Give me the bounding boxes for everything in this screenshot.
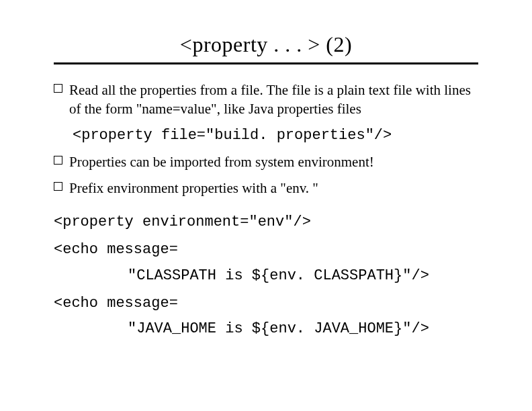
square-bullet-icon	[54, 156, 62, 165]
code-line: <property environment="env"/>	[54, 212, 478, 233]
code-line-continuation: "JAVA_HOME is ${env. JAVA_HOME}"/>	[128, 319, 478, 340]
spacer	[54, 201, 478, 205]
square-bullet-icon	[54, 182, 62, 191]
bullet-item: Properties can be imported from system e…	[54, 152, 478, 171]
code-line: <echo message=	[54, 240, 478, 261]
bullet-text: Properties can be imported from system e…	[69, 152, 374, 171]
square-bullet-icon	[54, 84, 62, 93]
code-line: <echo message=	[54, 293, 478, 314]
slide: <property . . . > (2) Read all the prope…	[0, 0, 532, 411]
slide-title: <property . . . > (2)	[54, 32, 478, 57]
bullet-text: Read all the properties from a file. The…	[69, 81, 478, 119]
bullet-item: Prefix environment properties with a "en…	[54, 179, 478, 197]
bullet-item: Read all the properties from a file. The…	[54, 81, 478, 119]
code-line: <property file="build. properties"/>	[73, 126, 478, 146]
title-rule	[54, 62, 478, 64]
bullet-text: Prefix environment properties with a "en…	[69, 179, 318, 197]
code-line-continuation: "CLASSPATH is ${env. CLASSPATH}"/>	[128, 266, 478, 287]
